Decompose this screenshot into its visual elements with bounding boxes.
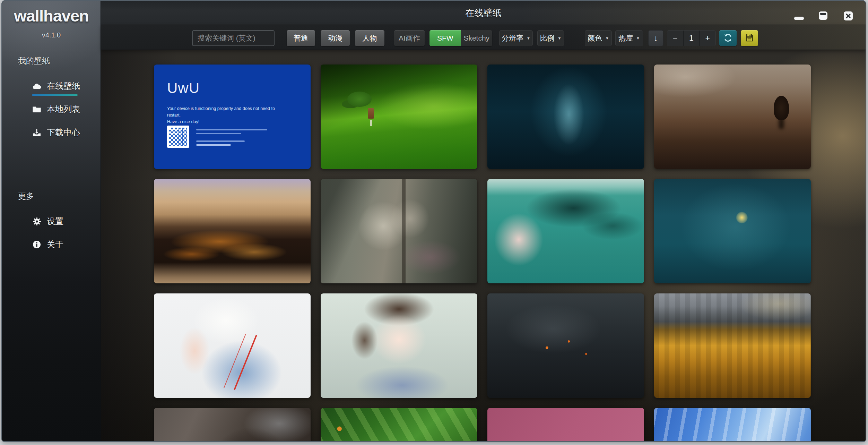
wallpaper-grid: UwU Your device is functioning properly …: [154, 65, 811, 441]
info-icon: [32, 240, 42, 249]
app-window: wallhaven v4.1.0 我的壁纸 在线壁纸 本地列表 下载中心 更多: [1, 0, 866, 442]
refresh-button[interactable]: [719, 30, 737, 46]
qr-code: [167, 126, 189, 148]
search-input[interactable]: [192, 30, 275, 46]
wallpaper-thumbnail-white-bg-girl[interactable]: [154, 293, 311, 398]
color-dropdown[interactable]: 颜色 ▼: [585, 30, 612, 46]
bsod-fine-print: [196, 129, 267, 148]
bsod-message: Your device is functioning properly and …: [167, 105, 288, 125]
wallpaper-gallery: UwU Your device is functioning properly …: [101, 50, 866, 441]
page-number: 1: [683, 31, 700, 46]
sidebar-section-my-wallpapers: 我的壁纸: [18, 55, 50, 66]
sidebar-section-more: 更多: [18, 191, 34, 202]
sidebar-item-local-list[interactable]: 本地列表: [32, 104, 80, 115]
wallpaper-thumbnail-underwater-girl[interactable]: [487, 179, 644, 283]
caret-down-icon: ▼: [636, 36, 640, 40]
wallpaper-thumbnail-autumn-forest[interactable]: [654, 293, 811, 398]
category-toggle-ai-art[interactable]: AI画作: [394, 30, 425, 46]
sidebar-item-download-center[interactable]: 下载中心: [32, 127, 80, 138]
wallpaper-thumbnail-plain-mauve[interactable]: [487, 408, 644, 441]
active-indicator: [32, 94, 78, 96]
wallpaper-thumbnail-dusk-mountain[interactable]: [654, 65, 811, 169]
caret-down-icon: ▼: [558, 36, 562, 40]
wallpaper-thumbnail-foliage-white-hair[interactable]: [321, 408, 477, 441]
pagination: − 1 +: [667, 30, 716, 46]
sidebar-item-settings[interactable]: 设置: [32, 216, 63, 227]
wallpaper-thumbnail-teal-lantern[interactable]: [654, 179, 811, 283]
main-panel: 在线壁纸 普通 动漫 人物 AI画作 SFW Sketchy 分辨率 ▼ 比: [101, 1, 866, 441]
cloud-icon: [32, 83, 42, 89]
purity-toggle-group: SFW Sketchy: [429, 30, 492, 46]
purity-toggle-sfw[interactable]: SFW: [429, 30, 461, 46]
app-logo: wallhaven: [2, 6, 101, 25]
sort-descending-icon: ↓: [654, 33, 658, 43]
app-version: v4.1.0: [2, 31, 101, 39]
page-title: 在线壁纸: [101, 1, 866, 25]
wallpaper-thumbnail-dark-hair-portrait[interactable]: [154, 408, 311, 441]
save-icon: [745, 34, 754, 43]
refresh-icon: [723, 33, 732, 43]
ratio-dropdown[interactable]: 比例 ▼: [537, 30, 564, 46]
wallpaper-thumbnail-desert-oasis[interactable]: [154, 179, 311, 283]
maximize-icon[interactable]: [819, 11, 827, 20]
category-toggle-general[interactable]: 普通: [287, 30, 315, 46]
sort-direction-button[interactable]: ↓: [648, 30, 663, 46]
wallpaper-thumbnail-anime-street[interactable]: [321, 179, 477, 283]
titlebar: 在线壁纸: [101, 1, 866, 25]
purity-toggle-sketchy[interactable]: Sketchy: [461, 30, 493, 46]
wallpaper-thumbnail-uwu-bsod[interactable]: UwU Your device is functioning properly …: [154, 65, 311, 169]
minus-icon: −: [673, 34, 677, 43]
sidebar-item-online-wallpapers[interactable]: 在线壁纸: [32, 80, 80, 92]
wallpaper-thumbnail-ai-portrait[interactable]: [321, 293, 477, 398]
page-decrement-button[interactable]: −: [667, 31, 683, 46]
folder-icon: [32, 106, 42, 113]
plus-icon: +: [705, 34, 710, 43]
save-button[interactable]: [741, 30, 758, 46]
page-increment-button[interactable]: +: [699, 31, 715, 46]
close-icon[interactable]: [844, 11, 853, 20]
caret-down-icon: ▼: [527, 36, 530, 40]
minimize-icon[interactable]: [794, 17, 804, 20]
wallpaper-thumbnail-icy-blue[interactable]: [654, 408, 811, 441]
bsod-title: UwU: [167, 80, 200, 96]
wallpaper-thumbnail-teal-abstract[interactable]: [487, 65, 644, 169]
download-icon: [32, 129, 42, 136]
category-toggle-people[interactable]: 人物: [355, 30, 384, 46]
sidebar: wallhaven v4.1.0 我的壁纸 在线壁纸 本地列表 下载中心 更多: [2, 1, 101, 441]
caret-down-icon: ▼: [605, 36, 609, 40]
sort-dropdown[interactable]: 热度 ▼: [615, 30, 643, 46]
resolution-dropdown[interactable]: 分辨率 ▼: [499, 30, 533, 46]
toolbar: 普通 动漫 人物 AI画作 SFW Sketchy 分辨率 ▼ 比例 ▼ 颜色 …: [101, 25, 866, 50]
sidebar-item-about[interactable]: 关于: [32, 239, 63, 250]
wallpaper-thumbnail-paragliders[interactable]: [487, 293, 644, 398]
category-toggle-anime[interactable]: 动漫: [321, 30, 350, 46]
gear-icon: [32, 217, 42, 226]
wallpaper-thumbnail-green-field[interactable]: [321, 65, 477, 169]
